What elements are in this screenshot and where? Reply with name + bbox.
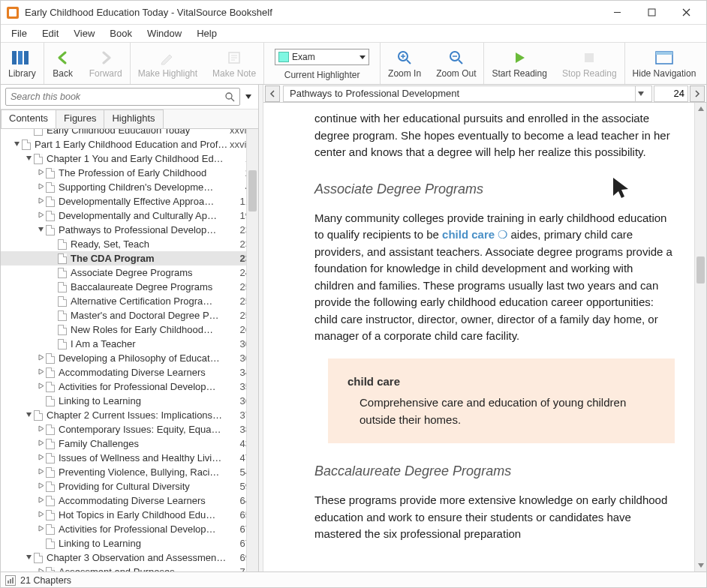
toc-arrow-icon[interactable] [35,197,46,206]
zoom-in-icon [396,49,413,67]
toc-item[interactable]: Pathways to Professional Develop…23 [1,223,258,237]
toc-arrow-icon[interactable] [35,354,46,362]
page-number-input[interactable] [654,86,688,102]
toc-arrow-icon[interactable] [23,554,34,562]
forward-button[interactable]: Forward [82,43,130,84]
reader-body[interactable]: continue with her educational pursuits a… [263,103,706,572]
menu-file[interactable]: File [4,26,35,40]
toc-item[interactable]: Family Challenges43 [1,436,258,451]
zoom-out-button[interactable]: Zoom Out [429,43,483,84]
make-note-button[interactable]: Make Note [205,43,263,84]
toc-arrow-icon[interactable] [35,212,46,220]
toc-item[interactable]: New Roles for Early Childhood…26 [1,322,258,337]
close-button[interactable] [669,2,703,24]
toc-arrow-icon[interactable] [35,568,46,572]
toc-item[interactable]: Developmentally Effective Approa…11 [1,194,258,208]
menu-help[interactable]: Help [189,26,224,40]
scroll-up-icon[interactable] [695,103,706,115]
stop-reading-button[interactable]: Stop Reading [555,43,624,84]
toc-arrow-icon[interactable] [35,482,46,490]
breadcrumb-dropdown[interactable] [635,86,645,102]
scroll-down-icon[interactable] [695,560,706,572]
make-highlight-button[interactable]: Make Highlight [131,43,205,84]
toc-item[interactable]: Preventing Violence, Bullying, Raci…54 [1,465,258,479]
toc-arrow-icon[interactable] [35,169,46,177]
scrollbar-thumb[interactable] [248,170,257,212]
toc-arrow-icon[interactable] [35,368,46,376]
toc-item[interactable]: Baccalaureate Degree Programs25 [1,280,258,294]
menu-edit[interactable]: Edit [35,26,66,40]
toc-item[interactable]: Early Childhood Education Todayxxviii [1,129,258,137]
speaker-icon[interactable]: ❍ [495,228,507,241]
toc-arrow-icon[interactable] [35,425,46,434]
toc-item[interactable]: Providing for Cultural Diversity59 [1,479,258,494]
library-button[interactable]: Library [1,43,44,84]
toc-item[interactable]: Associate Degree Programs24 [1,266,258,280]
toc-arrow-icon[interactable] [35,382,46,391]
minimize-button[interactable] [600,2,634,24]
svg-line-16 [459,60,462,64]
toc-item[interactable]: Hot Topics in Early Childhood Edu…65 [1,508,258,522]
highlighter-select[interactable]: Exam [275,49,369,65]
toc-item[interactable]: Developing a Philosophy of Educat…30 [1,351,258,365]
menu-window[interactable]: Window [140,26,189,40]
toc-item[interactable]: Issues of Wellness and Healthy Livi…47 [1,451,258,465]
toc-arrow-icon[interactable] [35,440,46,448]
toc-item[interactable]: Master's and Doctoral Degree P…25 [1,308,258,322]
toc-tree[interactable]: Early Childhood Education TodayxxviiiPar… [1,129,258,572]
zoom-in-button[interactable]: Zoom In [381,43,429,84]
toc-scrollbar[interactable] [246,129,258,572]
start-reading-button[interactable]: Start Reading [484,43,554,84]
tab-highlights[interactable]: Highlights [104,110,163,128]
hide-navigation-button[interactable]: Hide Navigation [625,43,704,84]
toc-item[interactable]: Contemporary Issues: Equity, Equa…38 [1,422,258,436]
reader-scrollbar[interactable] [694,103,706,572]
toc-item[interactable]: Linking to Learning36 [1,394,258,408]
glossary-link-child-care[interactable]: child care [442,228,495,241]
document-icon [46,382,55,392]
toc-arrow-icon[interactable] [23,411,34,419]
toc-item[interactable]: I Am a Teacher30 [1,337,258,351]
reader-scrollbar-thumb[interactable] [696,256,705,284]
toc-item[interactable]: Chapter 1 You and Early Childhood Ed…1 [1,152,258,166]
toc-item[interactable]: Activities for Professional Develop…35 [1,380,258,394]
toc-arrow-icon[interactable] [11,140,22,148]
tab-figures[interactable]: Figures [56,110,104,128]
toc-label: Pathways to Professional Develop… [59,224,230,236]
maximize-button[interactable] [634,2,669,24]
toc-arrow-icon[interactable] [35,183,46,191]
toc-item[interactable]: Accommodating Diverse Learners34 [1,365,258,380]
search-dropdown[interactable] [243,94,254,99]
toc-arrow-icon[interactable] [35,226,46,234]
tab-contents[interactable]: Contents [1,110,56,128]
toc-item[interactable]: Part 1 Early Childhood Education and Pro… [1,137,258,152]
document-icon [46,453,55,464]
toc-arrow-icon[interactable] [35,511,46,519]
back-button[interactable]: Back [44,43,82,84]
toc-item[interactable]: Accommodating Diverse Learners64 [1,494,258,508]
breadcrumb[interactable]: Pathways to Professional Development [283,86,652,102]
toc-item[interactable]: Chapter 3 Observation and Assessmen…69 [1,550,258,565]
toc-label: Activities for Professional Develop… [59,524,230,535]
toc-arrow-icon[interactable] [35,454,46,462]
search-input[interactable] [11,92,224,102]
reader-next-button[interactable] [690,86,705,102]
toc-arrow-icon[interactable] [35,496,46,505]
toc-arrow-icon[interactable] [35,525,46,533]
toc-item[interactable]: Linking to Learning67 [1,536,258,550]
reader-prev-button[interactable] [265,86,280,102]
toc-item[interactable]: The CDA Program23 [1,251,258,266]
menu-book[interactable]: Book [102,26,140,40]
search-box[interactable] [5,88,240,106]
menu-view[interactable]: View [66,26,102,40]
toc-item[interactable]: Supporting Children's Developme…4 [1,180,258,194]
toc-item[interactable]: The Profession of Early Childhood2 [1,166,258,180]
toc-item[interactable]: Alternative Certification Progra…25 [1,294,258,308]
toc-item[interactable]: Chapter 2 Current Issues: Implications…3… [1,408,258,422]
toc-arrow-icon[interactable] [23,154,34,163]
toc-item[interactable]: Ready, Set, Teach23 [1,237,258,251]
toc-item[interactable]: Developmentally and Culturally Ap…19 [1,208,258,223]
toc-item[interactable]: Assessment and Purposes71 [1,565,258,572]
toc-arrow-icon[interactable] [35,468,46,476]
toc-item[interactable]: Activities for Professional Develop…67 [1,522,258,536]
